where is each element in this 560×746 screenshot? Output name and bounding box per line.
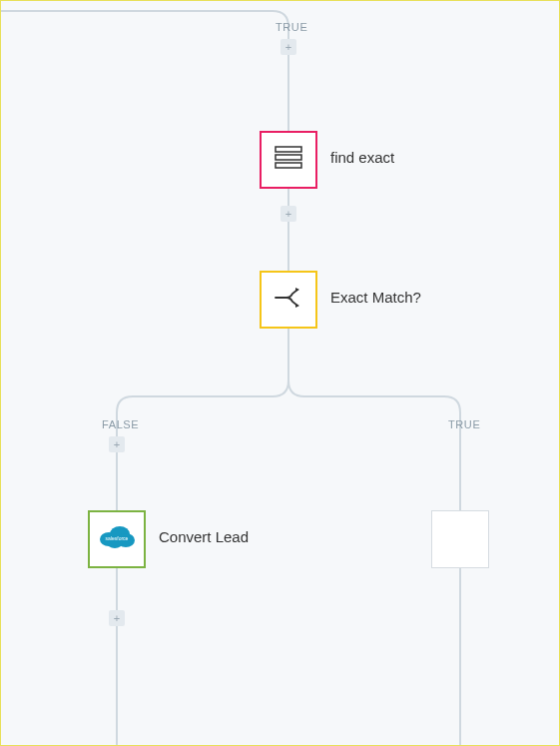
node-convert-lead[interactable]: salesforce: [88, 510, 146, 568]
node-exact-match-label: Exact Match?: [330, 289, 421, 306]
connector-lines: [1, 1, 560, 746]
add-step-button-below-convert[interactable]: +: [109, 610, 125, 626]
list-icon: [274, 145, 303, 175]
branch-label-false: FALSE: [102, 418, 139, 430]
node-find-exact[interactable]: [260, 131, 317, 189]
node-find-exact-label: find exact: [330, 149, 394, 166]
add-step-button-mid[interactable]: +: [280, 206, 296, 222]
add-step-button-left[interactable]: +: [109, 436, 125, 452]
branch-label-top-true: TRUE: [276, 21, 307, 33]
svg-rect-2: [276, 163, 301, 168]
branch-label-true: TRUE: [448, 418, 480, 430]
branch-icon: [273, 284, 304, 316]
node-right-empty[interactable]: [431, 510, 489, 568]
node-exact-match[interactable]: [260, 271, 317, 329]
node-convert-lead-label: Convert Lead: [159, 528, 249, 545]
flow-canvas: TRUE + find exact + Exact Match? FALSE +…: [1, 1, 559, 745]
svg-rect-1: [276, 155, 301, 160]
salesforce-icon: salesforce: [96, 522, 138, 556]
svg-text:salesforce: salesforce: [106, 535, 129, 541]
add-step-button-top[interactable]: +: [280, 39, 296, 55]
svg-rect-0: [276, 147, 301, 152]
